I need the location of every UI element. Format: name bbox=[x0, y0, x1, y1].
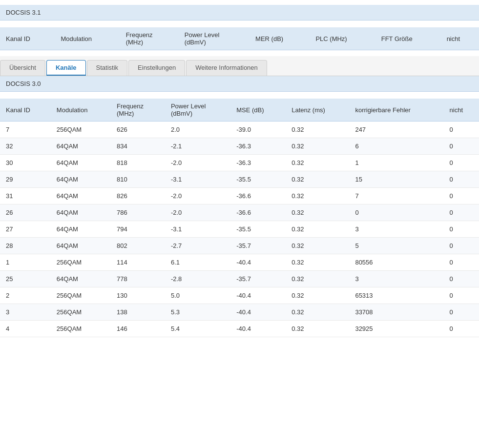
cell-korr_fehler: 6 bbox=[349, 138, 443, 155]
cell-nicht: 0 bbox=[444, 254, 479, 271]
cell-kanal_id: 3 bbox=[0, 304, 51, 321]
cell-nicht: 0 bbox=[444, 188, 479, 204]
docsis31-col-nicht: nicht bbox=[441, 27, 479, 50]
cell-modulation: 256QAM bbox=[51, 254, 111, 271]
tab-kanäle[interactable]: Kanäle bbox=[46, 60, 86, 76]
cell-mse: -35.7 bbox=[230, 271, 286, 287]
cell-modulation: 256QAM bbox=[51, 287, 111, 304]
cell-frequenz: 130 bbox=[111, 287, 165, 304]
cell-mse: -39.0 bbox=[230, 122, 286, 138]
cell-latenz: 0.32 bbox=[286, 188, 349, 204]
docsis30-col-kanal-id: Kanal ID bbox=[0, 99, 51, 122]
tab-weitere-informationen[interactable]: Weitere Informationen bbox=[186, 60, 267, 76]
docsis30-table-container: Kanal ID Modulation Frequenz(MHz) Power … bbox=[0, 99, 479, 337]
cell-frequenz: 114 bbox=[111, 254, 165, 271]
nav-tabs: ÜbersichtKanäleStatistikEinstellungenWei… bbox=[0, 56, 479, 76]
cell-power_level: -2.0 bbox=[165, 188, 230, 204]
table-row: 1256QAM1146.1-40.40.32805560 bbox=[0, 254, 479, 271]
cell-korr_fehler: 80556 bbox=[349, 254, 443, 271]
cell-latenz: 0.32 bbox=[286, 171, 349, 188]
cell-korr_fehler: 3 bbox=[349, 221, 443, 238]
cell-modulation: 64QAM bbox=[51, 188, 111, 204]
cell-power_level: 2.0 bbox=[165, 122, 230, 138]
cell-frequenz: 146 bbox=[111, 321, 165, 337]
docsis30-col-latenz: Latenz (ms) bbox=[286, 99, 349, 122]
table-row: 2964QAM810-3.1-35.50.32150 bbox=[0, 171, 479, 188]
cell-latenz: 0.32 bbox=[286, 238, 349, 254]
cell-modulation: 256QAM bbox=[51, 304, 111, 321]
cell-power_level: 6.1 bbox=[165, 254, 230, 271]
cell-mse: -40.4 bbox=[230, 321, 286, 337]
cell-frequenz: 818 bbox=[111, 155, 165, 171]
cell-mse: -36.3 bbox=[230, 155, 286, 171]
docsis30-header: DOCSIS 3.0 bbox=[0, 76, 479, 92]
cell-power_level: -2.0 bbox=[165, 204, 230, 221]
table-row: 2564QAM778-2.8-35.70.3230 bbox=[0, 271, 479, 287]
cell-power_level: -2.7 bbox=[165, 238, 230, 254]
table-row: 3164QAM826-2.0-36.60.3270 bbox=[0, 188, 479, 204]
table-row: 3256QAM1385.3-40.40.32337080 bbox=[0, 304, 479, 321]
cell-korr_fehler: 3 bbox=[349, 271, 443, 287]
cell-frequenz: 778 bbox=[111, 271, 165, 287]
cell-modulation: 64QAM bbox=[51, 138, 111, 155]
cell-latenz: 0.32 bbox=[286, 254, 349, 271]
cell-mse: -40.4 bbox=[230, 287, 286, 304]
docsis31-col-frequenz: Frequenz(MHz) bbox=[120, 27, 179, 50]
cell-mse: -36.6 bbox=[230, 204, 286, 221]
docsis30-col-korr: korrigierbare Fehler bbox=[349, 99, 443, 122]
cell-modulation: 256QAM bbox=[51, 321, 111, 337]
cell-korr_fehler: 32925 bbox=[349, 321, 443, 337]
docsis31-col-power: Power Level(dBmV) bbox=[179, 27, 250, 50]
cell-kanal_id: 32 bbox=[0, 138, 51, 155]
cell-nicht: 0 bbox=[444, 238, 479, 254]
docsis31-table-container: Kanal ID Modulation Frequenz(MHz) Power … bbox=[0, 27, 479, 50]
cell-frequenz: 834 bbox=[111, 138, 165, 155]
cell-latenz: 0.32 bbox=[286, 138, 349, 155]
docsis30-col-power: Power Level(dBmV) bbox=[165, 99, 230, 122]
cell-kanal_id: 25 bbox=[0, 271, 51, 287]
cell-frequenz: 794 bbox=[111, 221, 165, 238]
docsis30-col-modulation: Modulation bbox=[51, 99, 111, 122]
docsis31-col-fft: FFT Größe bbox=[375, 27, 441, 50]
docsis31-table: Kanal ID Modulation Frequenz(MHz) Power … bbox=[0, 27, 479, 50]
cell-korr_fehler: 33708 bbox=[349, 304, 443, 321]
cell-mse: -35.5 bbox=[230, 171, 286, 188]
cell-kanal_id: 7 bbox=[0, 122, 51, 138]
table-row: 2256QAM1305.0-40.40.32653130 bbox=[0, 287, 479, 304]
cell-kanal_id: 31 bbox=[0, 188, 51, 204]
cell-power_level: -2.8 bbox=[165, 271, 230, 287]
cell-kanal_id: 2 bbox=[0, 287, 51, 304]
cell-korr_fehler: 247 bbox=[349, 122, 443, 138]
tab-einstellungen[interactable]: Einstellungen bbox=[128, 60, 185, 76]
table-row: 4256QAM1465.4-40.40.32329250 bbox=[0, 321, 479, 337]
cell-nicht: 0 bbox=[444, 155, 479, 171]
docsis31-col-kanal-id: Kanal ID bbox=[0, 27, 55, 50]
cell-kanal_id: 29 bbox=[0, 171, 51, 188]
cell-latenz: 0.32 bbox=[286, 304, 349, 321]
cell-power_level: -3.1 bbox=[165, 221, 230, 238]
cell-modulation: 256QAM bbox=[51, 122, 111, 138]
cell-nicht: 0 bbox=[444, 171, 479, 188]
docsis30-tbody: 7256QAM6262.0-39.00.3224703264QAM834-2.1… bbox=[0, 122, 479, 337]
cell-kanal_id: 30 bbox=[0, 155, 51, 171]
cell-frequenz: 786 bbox=[111, 204, 165, 221]
tab-statistik[interactable]: Statistik bbox=[87, 60, 128, 76]
docsis31-header: DOCSIS 3.1 bbox=[0, 5, 479, 20]
cell-modulation: 64QAM bbox=[51, 155, 111, 171]
cell-latenz: 0.32 bbox=[286, 155, 349, 171]
cell-nicht: 0 bbox=[444, 304, 479, 321]
cell-mse: -40.4 bbox=[230, 254, 286, 271]
cell-latenz: 0.32 bbox=[286, 122, 349, 138]
cell-latenz: 0.32 bbox=[286, 271, 349, 287]
cell-nicht: 0 bbox=[444, 321, 479, 337]
cell-kanal_id: 4 bbox=[0, 321, 51, 337]
cell-power_level: -2.0 bbox=[165, 155, 230, 171]
cell-kanal_id: 26 bbox=[0, 204, 51, 221]
docsis30-col-mse: MSE (dB) bbox=[230, 99, 286, 122]
tab-übersicht[interactable]: Übersicht bbox=[0, 60, 45, 76]
cell-korr_fehler: 7 bbox=[349, 188, 443, 204]
cell-modulation: 64QAM bbox=[51, 271, 111, 287]
cell-frequenz: 138 bbox=[111, 304, 165, 321]
cell-latenz: 0.32 bbox=[286, 287, 349, 304]
table-row: 2664QAM786-2.0-36.60.3200 bbox=[0, 204, 479, 221]
